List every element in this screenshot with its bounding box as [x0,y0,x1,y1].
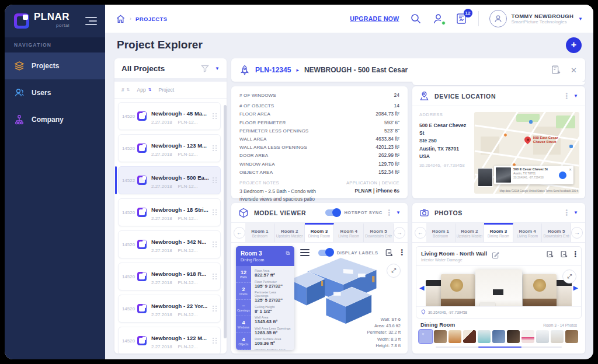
viewer-options-icon[interactable]: ••• [401,249,403,256]
project-row[interactable]: 14520 Newbrough - 122 M... 2.27.2018 PLN… [118,327,221,354]
photos-menu-icon[interactable]: ••• [566,209,568,216]
close-icon[interactable]: ✕ [571,66,577,75]
sidebar-collapse-icon[interactable] [85,15,97,27]
photo-thumbnail[interactable] [448,330,461,343]
room-tab[interactable]: Room 5 Downstairs Entry... [364,223,394,242]
drag-handle-icon[interactable] [213,113,217,119]
export-all-photos-icon[interactable] [560,250,568,258]
room-tab[interactable]: Room 5 Downstairs Entry... [542,223,571,242]
room-tab-sub: Upstairs Master B... [457,234,483,238]
room-tab[interactable]: Room 1 Bedroom [426,223,456,242]
project-code-link[interactable]: PLN-12345 [255,66,291,74]
open-room-icon[interactable]: ⧉ [286,250,290,262]
project-row[interactable]: 14522 Newbrough - 500 Ea... 2.27.2018 PL… [118,166,221,194]
photo-thumbnail[interactable] [565,330,578,343]
photo-thumbnail[interactable] [463,330,476,343]
projects-collapse-caret-icon[interactable]: ▼ [215,66,220,71]
map[interactable]: 500 East Cesar Chavez Street 500 E Cesar… [474,112,579,194]
export-report-icon[interactable] [551,65,561,75]
col-num[interactable]: # [121,87,124,93]
photo-thumbs-section: Dining Room Room 3 - 14 Photos [416,318,582,350]
model-collapse-caret-icon[interactable]: ▼ [396,210,401,215]
photo-tabs-prev-icon[interactable]: ← [415,227,426,239]
photo-thumbnail[interactable] [492,330,505,343]
filter-icon[interactable] [201,64,209,72]
room-tab[interactable]: Room 3 Dining Room [305,223,335,242]
add-project-button[interactable]: + [566,37,582,53]
photo-tabs-next-icon[interactable]: → [571,227,583,239]
project-row[interactable]: 14520 Newbrough - 918 R... 2.27.2018 PLN… [118,262,221,290]
breadcrumb-projects-link[interactable]: PROJECTS [135,16,167,22]
drag-handle-icon[interactable] [213,242,217,247]
drag-handle-icon[interactable] [213,274,217,279]
photo-card-subtitle: Interior Water Damage [421,258,487,262]
user-caret-icon[interactable]: ▼ [578,16,583,22]
photo-thumbnail[interactable] [507,330,520,343]
edit-photo-icon[interactable] [492,251,499,259]
home-icon[interactable] [116,14,126,24]
room-tab-sub: Living Room [517,234,538,238]
tabs-next-icon[interactable]: → [394,227,405,239]
project-date: 2.27.2018 [151,344,172,349]
carousel-next-icon[interactable]: ▶ [573,284,578,292]
project-row[interactable]: 14520 Newbrough - 342 N... 2.27.2018 PLN… [118,230,221,258]
device-collapse-caret-icon[interactable]: ▼ [573,93,578,99]
sidebar-item-projects[interactable]: Projects [5,52,105,79]
orders-icon[interactable]: 12 [455,12,468,25]
display-labels-toggle[interactable]: DISPLAY LABELS [318,250,378,256]
badge-value: – [242,303,245,309]
room-tab[interactable]: Room 1 Bedroom [245,223,275,242]
drag-handle-icon[interactable] [213,306,217,312]
model-menu-icon[interactable]: ••• [388,209,391,216]
viewer-menu-icon[interactable] [300,247,310,258]
device-menu-icon[interactable]: ••• [566,93,568,100]
carousel-photo[interactable] [523,274,557,306]
col-app[interactable]: App [137,87,146,93]
room-tab[interactable]: Room 2 Upstairs Master B... [456,223,485,242]
room-tab[interactable]: Room 2 Upstairs Master B... [275,223,305,242]
photo-thumbnail[interactable] [551,330,564,343]
drag-handle-icon[interactable] [213,177,217,183]
photo-thumbnail[interactable] [536,330,549,343]
tabs-prev-icon[interactable]: ← [234,227,245,239]
carousel-photo-current[interactable] [475,270,522,306]
photo-thumbnail[interactable] [478,330,491,343]
streetview-thumb[interactable] [478,168,493,187]
photo-options-icon[interactable]: ••• [574,251,576,258]
project-row[interactable]: 14520 Newbrough - 22 Yor... 2.27.2018 PL… [118,295,221,323]
project-row[interactable]: 14520 Newbrough - 45 Ma... 2.27.2018 PLN… [118,102,221,130]
directions-button[interactable] [559,172,566,179]
photo-thumbnail[interactable] [434,330,447,343]
expand-photo-icon[interactable]: ⤢ [562,270,576,284]
sidebar-item-users[interactable]: Users [5,79,105,106]
drag-handle-icon[interactable] [213,338,217,344]
expand-model-icon[interactable]: ⤢ [387,264,401,278]
sort-app-icon[interactable]: ⇅ [148,88,152,92]
sort-num-icon[interactable]: ⇅ [127,88,130,92]
carousel-prev-icon[interactable]: ◀ [419,284,424,292]
projects-scrollbar[interactable] [224,105,227,338]
add-user-icon[interactable] [432,13,444,25]
room-tab-sub: Bedroom [433,234,448,238]
search-icon[interactable] [410,13,422,24]
photo-thumbnail[interactable] [521,330,534,343]
tooltip-close-icon[interactable]: ✕ [569,167,572,183]
drag-handle-icon[interactable] [213,145,217,151]
drag-handle-icon[interactable] [213,209,217,215]
room-tab[interactable]: Room 4 Living Room [334,223,364,242]
export-photo-icon[interactable] [546,250,554,258]
carousel-photo[interactable] [441,274,475,306]
col-project[interactable]: Project [159,87,174,93]
photo-thumbnail[interactable] [419,330,432,343]
project-row[interactable]: 14520 Newbrough - 123 M... 2.27.2018 PLN… [118,134,221,162]
upgrade-now-link[interactable]: UPGRADE NOW [350,15,399,22]
sidebar-item-company[interactable]: Company [5,106,105,133]
hotspot-sync-toggle[interactable]: HOTSPOT SYNC [325,209,382,216]
room-tab[interactable]: Room 4 Living Room [513,223,543,242]
room-tab[interactable]: Room 3 Dining Room [484,223,513,242]
user-menu[interactable]: TOMMY NEWBROUGH SmartPicture Technologie… [489,10,583,27]
photos-collapse-caret-icon[interactable]: ▼ [573,210,578,215]
export-model-icon[interactable] [385,249,394,257]
project-row[interactable]: 14520 Newbrough - 18 Stri... 2.27.2018 P… [118,198,221,226]
thumbs-scrollbar[interactable] [436,346,562,348]
